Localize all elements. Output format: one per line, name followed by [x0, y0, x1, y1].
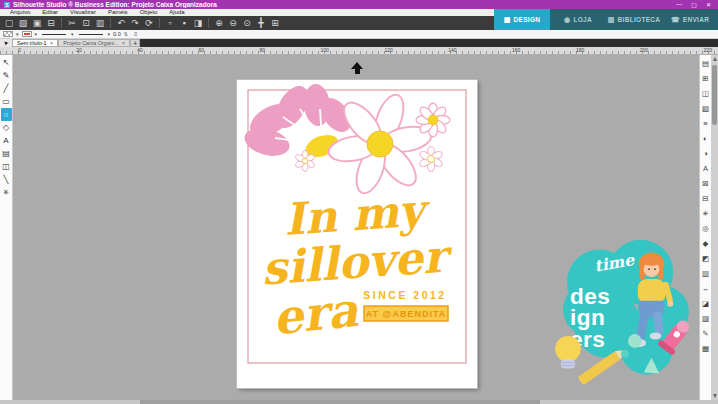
cut-icon[interactable]: ✂ — [65, 16, 79, 30]
document-tab[interactable]: Projeto Caixa Organi... × — [58, 39, 130, 47]
line-style-panel-icon[interactable]: ≡ — [700, 116, 711, 131]
designers-time-watermark: time des ign ers — [549, 223, 699, 400]
stepper-icon[interactable]: ⇅ — [124, 31, 128, 37]
warp-panel-icon[interactable]: ◪ — [700, 296, 711, 311]
since-text[interactable]: SINCE 2012 — [363, 289, 446, 301]
new-document-icon[interactable]: ▢ — [2, 16, 16, 30]
separator[interactable] — [61, 18, 62, 28]
redo-icon[interactable]: ↷ — [128, 16, 142, 30]
minimize-button[interactable]: — — [676, 1, 682, 8]
line-tool-icon[interactable]: ╱ — [1, 82, 12, 95]
modify-panel-icon[interactable]: ◆ — [700, 236, 711, 251]
workspace: ↖✎╱▭○◇A▤◫╲✳ — [0, 55, 718, 400]
pan-icon[interactable]: ╋ — [254, 16, 268, 30]
tab-loja[interactable]: ◉ LOJA — [550, 9, 606, 30]
undo-icon[interactable]: ↶ — [114, 16, 128, 30]
paste-icon[interactable]: ▥ — [93, 16, 107, 30]
save-icon[interactable]: ▣ — [30, 16, 44, 30]
document-tab-label: Sem título-1 — [17, 40, 47, 46]
ruler-number: 100 — [321, 47, 329, 54]
select-all-icon[interactable]: ▫ — [163, 16, 177, 30]
menu-item[interactable]: Ajuda — [163, 9, 190, 16]
page-setup-panel-icon[interactable]: ▤ — [700, 56, 711, 71]
separator[interactable] — [110, 18, 111, 28]
script-line-3[interactable]: era — [270, 282, 361, 346]
registration-marks-panel-icon[interactable]: ◫ — [700, 86, 711, 101]
layers-panel-icon[interactable]: ▥ — [700, 266, 711, 281]
page-artwork[interactable]: In my sillover era SINCE 2012 AT @ABENDI… — [237, 80, 477, 388]
transform-panel-icon[interactable]: ⊠ — [700, 176, 711, 191]
edit-points-tool-icon[interactable]: ✎ — [1, 69, 12, 82]
select-same-icon[interactable]: ◨ — [191, 16, 205, 30]
chevron-down-icon[interactable]: ▾ — [71, 30, 74, 39]
horizontal-scrollbar-thumb[interactable] — [140, 400, 540, 404]
open-icon[interactable]: ▧ — [16, 16, 30, 30]
canvas[interactable]: In my sillover era SINCE 2012 AT @ABENDI… — [13, 55, 699, 400]
ruler-number: 40 — [137, 47, 143, 54]
note-tool-icon[interactable]: ▤ — [1, 147, 12, 160]
chevron-down-icon[interactable]: ▾ — [108, 30, 111, 39]
menu-item[interactable]: Editar — [36, 9, 64, 16]
fill-color-swatch[interactable] — [3, 31, 13, 37]
line-color-swatch[interactable] — [22, 31, 32, 37]
zoom-in-icon[interactable]: ⊕ — [212, 16, 226, 30]
line-style-sample[interactable] — [42, 34, 66, 35]
select-tool-icon[interactable]: ↖ — [1, 56, 12, 69]
add-document-tab-button[interactable]: + — [130, 39, 140, 47]
drag-zoom-icon[interactable]: ⊙ — [240, 16, 254, 30]
menu-item[interactable]: Arquivo — [4, 9, 36, 16]
flag-icon[interactable]: ≡ — [134, 31, 138, 37]
close-button[interactable]: ✕ — [706, 1, 711, 8]
tab-biblioteca[interactable]: ▤ BIBLIOTECA — [606, 9, 662, 30]
maximize-button[interactable]: ▢ — [691, 1, 697, 8]
document-tab[interactable]: Sem título-1 × — [12, 39, 58, 47]
stamp-tool-icon[interactable]: ✳ — [1, 186, 12, 199]
line-weight-sample[interactable] — [79, 34, 103, 35]
chevron-down-icon[interactable]: ▾ — [16, 30, 19, 39]
sketch-panel-icon[interactable]: ✎ — [700, 326, 711, 341]
align-panel-icon[interactable]: ⊟ — [700, 191, 711, 206]
vertical-scrollbar[interactable] — [711, 55, 718, 400]
dimensions-panel-icon[interactable]: ↔ — [700, 281, 711, 296]
vertical-scrollbar-thumb[interactable] — [712, 65, 717, 125]
separator[interactable] — [208, 18, 209, 28]
handle-badge[interactable]: AT @ABENDITA — [364, 306, 448, 321]
design-page[interactable]: In my sillover era SINCE 2012 AT @ABENDI… — [237, 80, 477, 388]
scroll-up-icon[interactable] — [713, 57, 717, 61]
tab-enviar[interactable]: ☎ ENVIAR — [662, 9, 718, 30]
polygon-tool-icon[interactable]: ◇ — [1, 121, 12, 134]
fit-page-icon[interactable]: ⊞ — [268, 16, 282, 30]
horizontal-scrollbar[interactable] — [0, 400, 718, 404]
text-tool-icon[interactable]: A — [1, 134, 12, 147]
close-tab-icon[interactable]: × — [50, 40, 54, 46]
trace-panel-icon[interactable]: ◩ — [700, 251, 711, 266]
fill-panel-icon[interactable]: ◐ — [700, 131, 711, 146]
ellipse-tool-icon[interactable]: ○ — [1, 108, 12, 121]
line-weight-value[interactable]: 0.0 — [113, 31, 121, 37]
chevron-down-icon[interactable]: ▾ — [35, 30, 38, 39]
shader-panel-icon[interactable]: ▨ — [700, 311, 711, 326]
tab-design[interactable]: ▦ DESIGN — [494, 9, 550, 30]
drawing-tools-sidebar: ↖✎╱▭○◇A▤◫╲✳ — [0, 55, 13, 400]
menu-item[interactable]: Visualizar — [64, 9, 102, 16]
zoom-out-icon[interactable]: ⊖ — [226, 16, 240, 30]
rectangle-tool-icon[interactable]: ▭ — [1, 95, 12, 108]
separator[interactable] — [159, 18, 160, 28]
menu-item[interactable]: Painéis — [102, 9, 134, 16]
text-style-panel-icon[interactable]: A — [700, 161, 711, 176]
print-icon[interactable]: ⊟ — [44, 16, 58, 30]
knife-tool-icon[interactable]: ╲ — [1, 173, 12, 186]
replicate-panel-icon[interactable]: ✳ — [700, 206, 711, 221]
design-page-panel-icon[interactable]: ▧ — [700, 101, 711, 116]
image-effects-panel-icon[interactable]: ◑ — [700, 146, 711, 161]
deselect-icon[interactable]: ▪ — [177, 16, 191, 30]
close-tab-icon[interactable]: × — [122, 40, 126, 46]
offset-panel-icon[interactable]: ◎ — [700, 221, 711, 236]
library-panel-icon[interactable]: ▦ — [700, 341, 711, 356]
scroll-down-icon[interactable] — [713, 394, 717, 398]
copy-icon[interactable]: ⊡ — [79, 16, 93, 30]
menu-item[interactable]: Objeto — [134, 9, 164, 16]
pixscan-panel-icon[interactable]: ⊞ — [700, 71, 711, 86]
sync-icon[interactable]: ⟳ — [142, 16, 156, 30]
eraser-tool-icon[interactable]: ◫ — [1, 160, 12, 173]
